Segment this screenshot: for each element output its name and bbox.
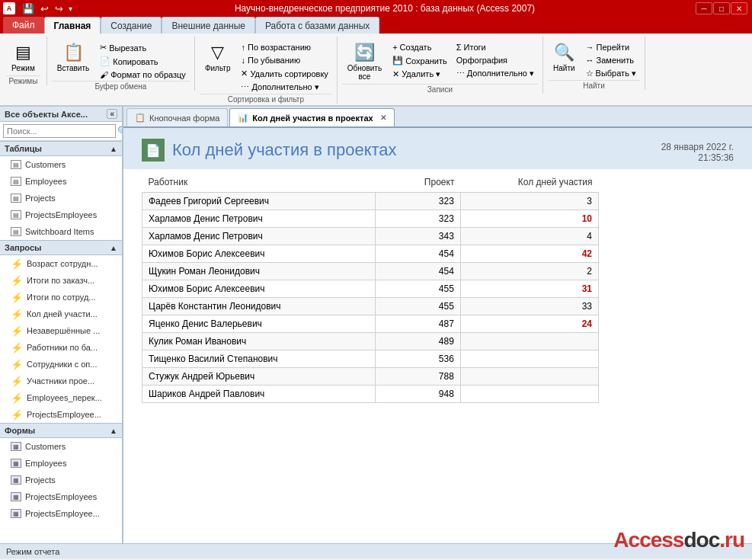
group-label-find: Найти	[548, 80, 640, 90]
nav-item-f4[interactable]: ▦ ProjectsEmployees	[0, 488, 122, 505]
tab-database[interactable]: Работа с базами данных	[255, 17, 379, 34]
quick-dropdown-btn[interactable]: ▾	[67, 4, 74, 14]
remove-sort-btn[interactable]: ✕ Удалить сортировку	[237, 67, 331, 80]
find-btn[interactable]: 🔍 Найти	[548, 40, 581, 75]
nav-item-q1[interactable]: ⚡ Возраст сотрудн...	[0, 255, 122, 272]
ribbon-group-records: 🔄 Обновитьвсе + Создать 💾 Сохранить ✕ Уд…	[338, 37, 543, 94]
project-cell: 489	[376, 333, 460, 350]
report-table-container: Работник Проект Кол дней участия Фадеев …	[123, 169, 752, 543]
days-cell	[460, 333, 598, 350]
col-project-header: Проект	[376, 172, 460, 193]
nav-item-projects-table[interactable]: ▤ Projects	[0, 190, 122, 206]
days-cell	[460, 386, 598, 403]
project-cell: 343	[376, 228, 460, 245]
worker-cell: Харламов Денис Петрович	[142, 210, 376, 228]
nav-item-f1[interactable]: ▦ Customers	[0, 438, 122, 455]
close-btn[interactable]: ✕	[731, 2, 747, 14]
nav-item-customers-table[interactable]: ▤ Customers	[0, 156, 122, 173]
queries-section-header[interactable]: Запросы ▲	[0, 240, 122, 255]
nav-item-q10[interactable]: ⚡ ProjectsEmployee...	[0, 406, 122, 423]
nav-item-f2[interactable]: ▦ Employees	[0, 455, 122, 472]
sort-asc-btn[interactable]: ↑ По возрастанию	[237, 41, 331, 53]
table-row: Тищенко Василий Степанович536	[142, 350, 599, 368]
tabs-bar: 📋 Кнопочная форма 📊 Кол дней участия в п…	[123, 107, 752, 128]
nav-search-area: 🔍	[0, 122, 122, 141]
watermark-ru: .ru	[719, 528, 744, 552]
quick-redo-btn[interactable]: ↪	[53, 2, 66, 15]
report-time: 21:35:36	[661, 152, 734, 163]
worker-cell: Юхимов Борис Алексеевич	[142, 280, 376, 298]
nav-item-q8[interactable]: ⚡ Участники прое...	[0, 373, 122, 389]
nav-item-q4[interactable]: ⚡ Кол дней участи...	[0, 306, 122, 322]
minimize-btn[interactable]: ─	[696, 2, 712, 14]
nav-item-projectsemployees-table[interactable]: ▤ ProjectsEmployees	[0, 206, 122, 223]
report-area: 📄 Кол дней участия в проектах 28 января …	[123, 128, 752, 543]
tab-button-form[interactable]: 📋 Кнопочная форма	[126, 108, 228, 126]
nav-item-f3[interactable]: ▦ Projects	[0, 472, 122, 488]
nav-item-employees-table[interactable]: ▤ Employees	[0, 173, 122, 190]
nav-item-q9[interactable]: ⚡ Employees_перек...	[0, 389, 122, 406]
totals-btn[interactable]: Σ Итоги	[453, 41, 538, 53]
worker-cell: Фадеев Григорий Сергеевич	[142, 193, 376, 210]
tab-create[interactable]: Создание	[101, 17, 162, 34]
create-record-btn[interactable]: + Создать	[389, 41, 451, 53]
forms-section-header[interactable]: Формы ▲	[0, 423, 122, 438]
tab-external[interactable]: Внешние данные	[162, 17, 255, 34]
tables-section-header[interactable]: Таблицы ▲	[0, 141, 122, 156]
table-row: Юхимов Борис Алексеевич45531	[142, 280, 599, 298]
nav-item-q2[interactable]: ⚡ Итоги по заказч...	[0, 272, 122, 289]
format-btn[interactable]: 🖌 Формат по образцу	[96, 69, 190, 81]
report-header: 📄 Кол дней участия в проектах 28 января …	[123, 128, 752, 169]
nav-search-btn[interactable]: 🔍	[117, 126, 123, 136]
copy-btn[interactable]: 📄 Копировать	[96, 55, 190, 68]
nav-item-f5[interactable]: ▦ ProjectsEmployee...	[0, 505, 122, 522]
group-label-clipboard: Буфер обмена	[52, 81, 190, 91]
table-row: Харламов Денис Петрович32310	[142, 210, 599, 228]
quick-save-btn[interactable]: 💾	[20, 2, 37, 15]
nav-pane-header[interactable]: Все объекты Акce... «	[0, 107, 122, 122]
paste-btn[interactable]: 📋 Вставить	[52, 40, 94, 75]
tab-home[interactable]: Главная	[44, 17, 101, 34]
group-label-sortfilter: Сортировка и фильтр	[200, 94, 332, 104]
nav-search-input[interactable]	[3, 124, 116, 138]
select-btn[interactable]: ☆ Выбрать ▾	[582, 67, 640, 80]
table-row: Щукин Роман Леонидович4542	[142, 263, 599, 280]
watermark-access: Access	[613, 528, 683, 552]
delete-record-btn[interactable]: ✕ Удалить ▾	[389, 68, 451, 81]
table-row: Царёв Константин Леонидович45533	[142, 298, 599, 315]
status-text: Режим отчета	[6, 547, 59, 556]
spellcheck-btn[interactable]: Орфография	[453, 54, 538, 66]
cut-btn[interactable]: ✂ Вырезать	[96, 41, 190, 54]
nav-item-q7[interactable]: ⚡ Сотрудники с оп...	[0, 356, 122, 373]
replace-btn[interactable]: ↔ Заменить	[582, 54, 640, 66]
nav-pane-collapse-btn[interactable]: «	[107, 109, 117, 119]
more-records-btn[interactable]: ⋯ Дополнительно ▾	[453, 67, 538, 80]
button-form-tab-icon: 📋	[135, 113, 146, 123]
nav-item-q6[interactable]: ⚡ Работники по ба...	[0, 339, 122, 356]
tab-file[interactable]: Файл	[3, 17, 44, 34]
goto-btn[interactable]: → Перейти	[582, 41, 640, 53]
additional-filter-btn[interactable]: ⋯ Дополнительно ▾	[237, 81, 331, 94]
nav-item-q3[interactable]: ⚡ Итоги по сотруд...	[0, 289, 122, 306]
report-date: 28 января 2022 г.	[661, 142, 734, 152]
maximize-btn[interactable]: □	[713, 2, 730, 14]
mode-btn[interactable]: ▤ Режим	[6, 40, 40, 75]
nav-item-switchboard-table[interactable]: ▤ Switchboard Items	[0, 223, 122, 240]
nav-item-q5[interactable]: ⚡ Незавершённые ...	[0, 322, 122, 339]
table-row: Харламов Денис Петрович3434	[142, 228, 599, 245]
filter-btn[interactable]: ▽ Фильтр	[200, 40, 236, 75]
project-cell: 455	[376, 298, 460, 315]
sort-desc-btn[interactable]: ↓ По убыванию	[237, 54, 331, 66]
worker-cell: Царёв Константин Леонидович	[142, 298, 376, 315]
worker-cell: Щукин Роман Леонидович	[142, 263, 376, 280]
report-title: Кол дней участия в проектах	[172, 140, 397, 160]
tab-report[interactable]: 📊 Кол дней участия в проектах ✕	[229, 108, 394, 126]
quick-undo-btn[interactable]: ↩	[38, 2, 51, 15]
refresh-btn[interactable]: 🔄 Обновитьвсе	[342, 40, 387, 84]
watermark-doc: doc	[683, 528, 719, 552]
save-record-btn[interactable]: 💾 Сохранить	[389, 54, 451, 67]
worker-cell: Яценко Денис Валерьевич	[142, 315, 376, 333]
worker-cell: Стужук Андрей Юрьевич	[142, 368, 376, 386]
report-tab-close[interactable]: ✕	[380, 114, 386, 122]
col-days-header: Кол дней участия	[460, 172, 598, 193]
